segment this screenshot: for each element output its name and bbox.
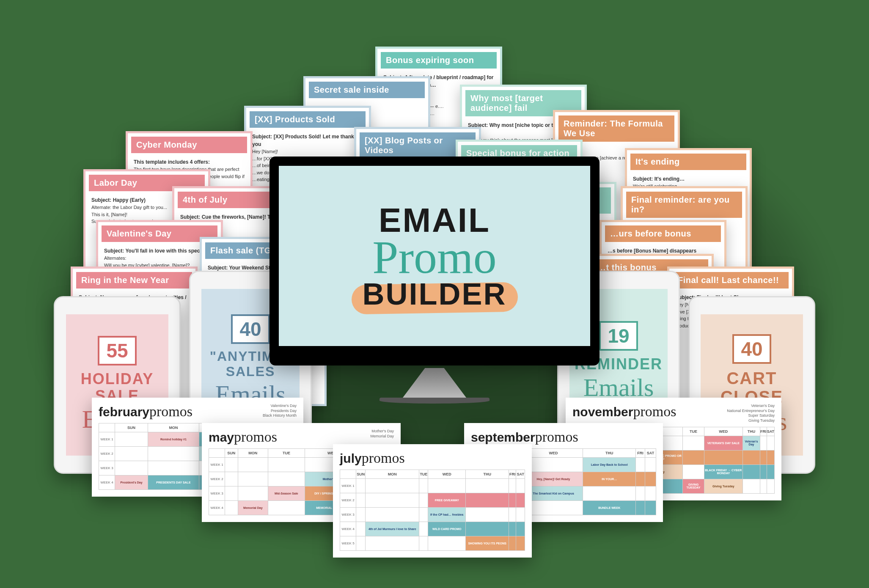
monitor: EMAIL Promo BUILDER — [270, 157, 600, 393]
headline-promo: Promo — [372, 231, 496, 284]
calendar-month: septemberpromos — [471, 429, 578, 445]
headline-builder: BUILDER — [363, 277, 507, 311]
calendar-grid: SUNMONTUEWEDTHUFRISATWEEK 1WEEK 2FREE GI… — [340, 470, 525, 551]
calendar-themes: Veteran's DayNational Entrepreneur's Day… — [727, 404, 775, 423]
calendar-month: maypromos — [209, 429, 277, 445]
email-card-title: Final reminder: are you in? — [626, 192, 742, 218]
monitor-screen: EMAIL Promo BUILDER — [279, 166, 590, 346]
monitor-stand — [403, 368, 466, 398]
tablet-count: 40 — [231, 314, 270, 344]
monitor-foot — [380, 398, 490, 404]
tablet-count: 19 — [599, 321, 638, 351]
calendar-month: februarypromos — [99, 404, 192, 420]
monitor-bezel: EMAIL Promo BUILDER — [270, 157, 600, 355]
tablet-count: 55 — [98, 336, 136, 365]
email-card-title: Reminder: The Formula We Use — [558, 115, 674, 142]
calendar-themes: Valentine's DayPresidents DayBlack Histo… — [263, 404, 297, 418]
email-card-title: [XX] Products Sold — [250, 111, 366, 128]
email-card-title: Secret sale inside — [309, 82, 425, 98]
email-card-title: Ring in the New Year — [76, 272, 192, 289]
tablet-count: 40 — [732, 334, 771, 364]
email-card-title: Bonus expiring soon — [381, 52, 497, 69]
calendar-month: julypromos — [340, 450, 405, 466]
email-card-title: Final call! Last chance!! — [673, 272, 789, 289]
monitor-chin — [270, 351, 600, 365]
calendar-themes: Mother's DayMemorial Day — [370, 429, 394, 439]
calendar-jul: julypromosSUNMONTUEWEDTHUFRISATWEEK 1WEE… — [333, 444, 532, 558]
email-card-title: …urs before bonus — [605, 225, 721, 242]
email-card-title: Cyber Monday — [131, 137, 247, 153]
email-card-title: It's ending — [630, 154, 746, 170]
calendar-month: novemberpromos — [572, 404, 676, 420]
